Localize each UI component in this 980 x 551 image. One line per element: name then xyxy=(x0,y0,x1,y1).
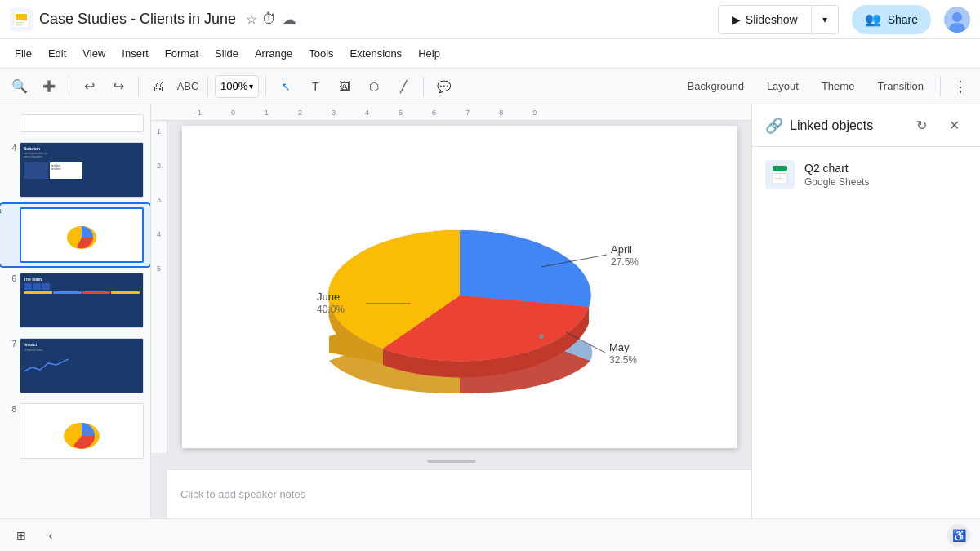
redo-button[interactable]: ↪ xyxy=(105,73,131,100)
tab-transition[interactable]: Transition xyxy=(867,73,933,100)
close-panel-button[interactable]: ✕ xyxy=(941,113,967,139)
tab-layout[interactable]: Layout xyxy=(757,73,808,100)
document-title[interactable]: Case Studies - Clients in June xyxy=(39,11,236,28)
search-icon[interactable]: 🔍 xyxy=(7,73,33,100)
slide-thumbnail-1[interactable] xyxy=(20,114,144,132)
cloud-save-icon[interactable]: ☁ xyxy=(282,11,296,29)
svg-rect-4 xyxy=(16,24,22,26)
app-logo xyxy=(10,8,33,31)
june-label: June xyxy=(317,291,340,303)
separator-1 xyxy=(69,77,69,96)
image-tool[interactable]: 🖼 xyxy=(332,73,358,100)
spell-check-button[interactable]: ABC xyxy=(175,73,201,100)
svg-rect-3 xyxy=(16,22,24,24)
avatar[interactable] xyxy=(944,7,970,33)
slide-panel: 4 Solution Lorem ipsum dolor sitamet con… xyxy=(0,104,151,518)
may-value: 32.5% xyxy=(609,354,637,366)
menu-slide[interactable]: Slide xyxy=(207,39,247,68)
slide-thumbnail-8[interactable] xyxy=(20,403,144,459)
main-area: 4 Solution Lorem ipsum dolor sitamet con… xyxy=(0,104,980,518)
svg-rect-18 xyxy=(774,178,782,179)
bottom-bar: ⊞ ‹ ♿ xyxy=(0,518,980,551)
slideshow-button[interactable]: ▶ Slideshow ▾ xyxy=(718,5,839,34)
menu-bar: File Edit View Insert Format Slide Arran… xyxy=(0,39,980,69)
tab-theme[interactable]: Theme xyxy=(812,73,864,100)
separator-6 xyxy=(940,77,941,96)
linked-objects-panel: 🔗 Linked objects ↻ ✕ Q2 chart xyxy=(751,104,980,518)
print-button[interactable]: 🖨 xyxy=(145,73,172,100)
more-options-button[interactable]: ⋮ xyxy=(947,73,973,100)
select-tool[interactable]: ↖ xyxy=(273,73,299,100)
pie-chart-svg: April 27.5% May 32.5% June 40.0% xyxy=(239,140,680,434)
slide-item-7[interactable]: 7 Impact 15% lorem lorem xyxy=(0,335,150,397)
title-icons: ☆ ⏱ ☁ xyxy=(246,11,296,29)
menu-tools[interactable]: Tools xyxy=(301,39,341,68)
zoom-dropdown-icon: ▾ xyxy=(249,82,253,91)
slide-thumbnail-7[interactable]: Impact 15% lorem lorem xyxy=(20,338,144,393)
panel-header: 🔗 Linked objects ↻ ✕ xyxy=(752,104,980,147)
accessible-icon: ♿ xyxy=(952,529,966,542)
menu-edit[interactable]: Edit xyxy=(40,39,74,68)
shape-tool[interactable]: ⬡ xyxy=(361,73,387,100)
menu-format[interactable]: Format xyxy=(157,39,207,68)
linked-item-q2-chart[interactable]: Q2 chart Google Sheets xyxy=(752,147,980,202)
text-tool[interactable]: T xyxy=(302,73,328,100)
accessibility-button[interactable]: ♿ xyxy=(947,524,970,547)
slide-group-1[interactable] xyxy=(0,111,150,136)
grid-view-button[interactable]: ⊞ xyxy=(10,524,33,547)
comment-tool[interactable]: 💬 xyxy=(430,73,457,100)
slide-thumbnail-5-active[interactable] xyxy=(20,207,144,263)
speaker-notes[interactable]: Click to add speaker notes xyxy=(167,469,751,518)
tab-background[interactable]: Background xyxy=(677,73,753,100)
ruler-top: -1 0 1 2 3 4 5 6 7 8 9 xyxy=(151,104,751,121)
slideshow-dropdown[interactable]: ▾ xyxy=(812,6,838,33)
menu-view[interactable]: View xyxy=(74,39,114,68)
zoom-selector[interactable]: 100% ▾ xyxy=(215,75,259,98)
separator-5 xyxy=(423,77,424,96)
title-bar: Case Studies - Clients in June ☆ ⏱ ☁ ▶ S… xyxy=(0,0,980,39)
may-dot xyxy=(539,334,544,339)
slide-item-5[interactable]: 1 xyxy=(0,204,150,266)
ruler-side: 1 2 3 4 5 xyxy=(151,121,167,453)
slide-thumbnail-6[interactable]: The team xyxy=(20,273,144,328)
june-value: 40.0% xyxy=(317,304,345,315)
april-label: April xyxy=(611,243,632,256)
linked-item-source: Google Sheets xyxy=(804,176,869,188)
linked-item-icon xyxy=(765,160,795,189)
refresh-button[interactable]: ↻ xyxy=(908,113,934,139)
pie-top xyxy=(328,229,590,360)
svg-rect-15 xyxy=(773,171,787,171)
separator-4 xyxy=(265,77,266,96)
grid-icon: ⊞ xyxy=(16,529,26,542)
slide-thumbnail-4[interactable]: Solution Lorem ipsum dolor sitamet conse… xyxy=(20,142,144,198)
slide-item-6[interactable]: 6 The team xyxy=(0,269,150,331)
history-icon[interactable]: ⏱ xyxy=(262,11,277,28)
separator-3 xyxy=(207,77,208,96)
slide-canvas-wrapper[interactable]: April 27.5% May 32.5% June 40.0% xyxy=(167,121,751,453)
may-label: May xyxy=(609,341,630,353)
slide-canvas[interactable]: April 27.5% May 32.5% June 40.0% xyxy=(182,126,737,448)
slideshow-main-btn[interactable]: ▶ Slideshow xyxy=(719,6,812,33)
canvas-area: -1 0 1 2 3 4 5 6 7 8 9 1 2 3 4 5 xyxy=(151,104,751,518)
menu-insert[interactable]: Insert xyxy=(114,39,157,68)
menu-extensions[interactable]: Extensions xyxy=(342,39,411,68)
slide-item-8[interactable]: 8 xyxy=(0,400,150,462)
scroll-indicator xyxy=(151,453,751,469)
line-tool[interactable]: ╱ xyxy=(390,73,416,100)
undo-button[interactable]: ↩ xyxy=(76,73,102,100)
share-icon: 👥 xyxy=(865,11,881,27)
collapse-panel-button[interactable]: ‹ xyxy=(39,524,62,547)
menu-arrange[interactable]: Arrange xyxy=(247,39,301,68)
linked-objects-icon: 🔗 xyxy=(765,117,783,135)
zoom-level: 100% xyxy=(220,80,247,92)
slide-item-4[interactable]: 4 Solution Lorem ipsum dolor sitamet con… xyxy=(0,139,150,201)
menu-help[interactable]: Help xyxy=(410,39,448,68)
panel-title: Linked objects xyxy=(790,118,902,133)
new-slide-button[interactable]: ➕ xyxy=(36,73,62,100)
share-button[interactable]: 👥 Share xyxy=(852,5,931,34)
scroll-bar[interactable] xyxy=(427,460,476,463)
menu-file[interactable]: File xyxy=(7,39,40,68)
linked-item-info: Q2 chart Google Sheets xyxy=(804,162,869,188)
chart-container: April 27.5% May 32.5% June 40.0% xyxy=(182,126,737,448)
star-icon[interactable]: ☆ xyxy=(246,11,257,27)
